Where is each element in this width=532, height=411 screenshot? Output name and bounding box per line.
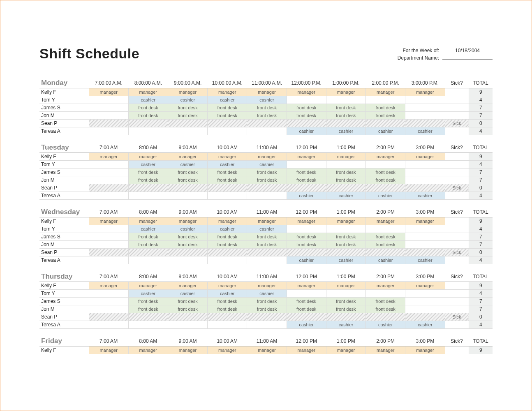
shift-cell[interactable]: manager: [208, 217, 247, 225]
shift-cell[interactable]: [366, 161, 405, 169]
shift-cell[interactable]: [405, 184, 445, 192]
shift-cell[interactable]: [405, 169, 445, 176]
shift-cell[interactable]: front desk: [326, 233, 365, 241]
shift-cell[interactable]: cashier: [366, 256, 405, 264]
shift-cell[interactable]: [287, 120, 326, 127]
shift-cell[interactable]: manager: [366, 282, 405, 290]
sick-cell[interactable]: [445, 96, 469, 104]
shift-cell[interactable]: manager: [89, 153, 128, 161]
sick-cell[interactable]: [445, 321, 469, 329]
shift-cell[interactable]: [405, 161, 445, 169]
shift-cell[interactable]: manager: [168, 217, 207, 225]
shift-cell[interactable]: [247, 120, 287, 127]
shift-cell[interactable]: manager: [366, 346, 405, 354]
sick-cell[interactable]: [445, 153, 469, 161]
shift-cell[interactable]: [405, 298, 445, 305]
shift-cell[interactable]: front desk: [247, 104, 287, 112]
shift-cell[interactable]: cashier: [405, 127, 445, 135]
shift-cell[interactable]: cashier: [128, 290, 168, 298]
shift-cell[interactable]: [89, 256, 128, 264]
shift-cell[interactable]: [208, 192, 247, 200]
shift-cell[interactable]: [208, 120, 247, 127]
shift-cell[interactable]: manager: [326, 217, 365, 225]
shift-cell[interactable]: cashier: [208, 96, 247, 104]
shift-cell[interactable]: [287, 161, 326, 169]
shift-cell[interactable]: [208, 127, 247, 135]
shift-cell[interactable]: front desk: [128, 169, 168, 176]
shift-cell[interactable]: manager: [208, 153, 247, 161]
shift-cell[interactable]: cashier: [128, 96, 168, 104]
shift-cell[interactable]: [208, 249, 247, 256]
shift-cell[interactable]: manager: [287, 346, 326, 354]
shift-cell[interactable]: [287, 313, 326, 321]
shift-cell[interactable]: [287, 225, 326, 233]
sick-cell[interactable]: Sick: [445, 249, 469, 256]
shift-cell[interactable]: manager: [89, 217, 128, 225]
shift-cell[interactable]: front desk: [128, 104, 168, 112]
shift-cell[interactable]: manager: [128, 346, 168, 354]
shift-cell[interactable]: cashier: [247, 225, 287, 233]
shift-cell[interactable]: [89, 290, 128, 298]
shift-cell[interactable]: [405, 112, 445, 120]
shift-cell[interactable]: manager: [128, 88, 168, 96]
shift-cell[interactable]: front desk: [168, 169, 207, 176]
shift-cell[interactable]: manager: [89, 346, 128, 354]
sick-cell[interactable]: [445, 192, 469, 200]
shift-cell[interactable]: manager: [366, 88, 405, 96]
shift-cell[interactable]: [366, 184, 405, 192]
sick-cell[interactable]: [445, 88, 469, 96]
shift-cell[interactable]: [366, 313, 405, 321]
shift-cell[interactable]: front desk: [128, 298, 168, 305]
shift-cell[interactable]: [405, 290, 445, 298]
shift-cell[interactable]: front desk: [168, 241, 207, 249]
shift-cell[interactable]: [89, 184, 128, 192]
shift-cell[interactable]: [89, 96, 128, 104]
shift-cell[interactable]: front desk: [326, 305, 365, 313]
shift-cell[interactable]: front desk: [247, 298, 287, 305]
shift-cell[interactable]: front desk: [128, 233, 168, 241]
shift-cell[interactable]: [287, 184, 326, 192]
shift-cell[interactable]: front desk: [287, 241, 326, 249]
sick-cell[interactable]: [445, 256, 469, 264]
shift-cell[interactable]: cashier: [168, 225, 207, 233]
shift-cell[interactable]: manager: [168, 346, 207, 354]
shift-cell[interactable]: front desk: [326, 298, 365, 305]
shift-cell[interactable]: front desk: [168, 298, 207, 305]
shift-cell[interactable]: front desk: [326, 169, 365, 176]
shift-cell[interactable]: [128, 256, 168, 264]
shift-cell[interactable]: front desk: [128, 305, 168, 313]
shift-cell[interactable]: front desk: [366, 176, 405, 184]
shift-cell[interactable]: front desk: [168, 305, 207, 313]
shift-cell[interactable]: cashier: [405, 192, 445, 200]
dept-name-value[interactable]: [442, 59, 493, 60]
shift-cell[interactable]: [405, 305, 445, 313]
shift-cell[interactable]: cashier: [287, 256, 326, 264]
sick-cell[interactable]: Sick: [445, 313, 469, 321]
sick-cell[interactable]: Sick: [445, 184, 469, 192]
shift-cell[interactable]: [247, 249, 287, 256]
shift-cell[interactable]: [128, 184, 168, 192]
shift-cell[interactable]: cashier: [168, 161, 207, 169]
shift-cell[interactable]: front desk: [128, 241, 168, 249]
shift-cell[interactable]: [366, 290, 405, 298]
shift-cell[interactable]: cashier: [326, 127, 365, 135]
shift-cell[interactable]: cashier: [208, 225, 247, 233]
shift-cell[interactable]: cashier: [366, 192, 405, 200]
sick-cell[interactable]: [445, 127, 469, 135]
shift-cell[interactable]: cashier: [326, 321, 365, 329]
shift-cell[interactable]: [128, 127, 168, 135]
shift-cell[interactable]: cashier: [366, 321, 405, 329]
shift-cell[interactable]: front desk: [366, 298, 405, 305]
shift-cell[interactable]: [366, 120, 405, 127]
shift-cell[interactable]: [128, 313, 168, 321]
sick-cell[interactable]: [445, 290, 469, 298]
shift-cell[interactable]: manager: [168, 153, 207, 161]
shift-cell[interactable]: front desk: [128, 176, 168, 184]
shift-cell[interactable]: front desk: [326, 176, 365, 184]
shift-cell[interactable]: front desk: [168, 104, 207, 112]
shift-cell[interactable]: [89, 120, 128, 127]
shift-cell[interactable]: [168, 321, 207, 329]
shift-cell[interactable]: manager: [405, 217, 445, 225]
shift-cell[interactable]: [89, 169, 128, 176]
shift-cell[interactable]: front desk: [208, 112, 247, 120]
